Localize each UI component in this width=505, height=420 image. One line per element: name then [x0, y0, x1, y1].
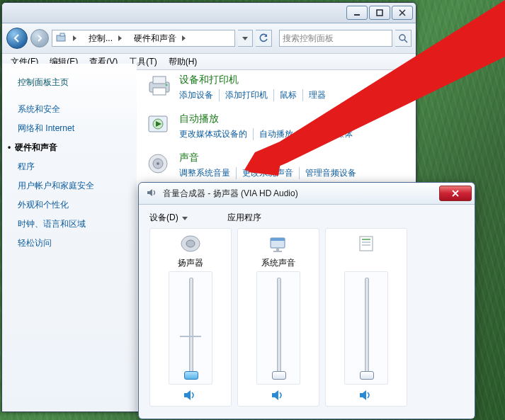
sidebar-list: 系统和安全 网络和 Internet 硬件和声音 程序 用户帐户和家庭安全 外观…: [18, 100, 137, 253]
mute-button[interactable]: [358, 389, 374, 403]
category-title[interactable]: 设备和打印机: [179, 74, 331, 86]
printer-icon: [144, 74, 175, 99]
breadcrumb[interactable]: 控制... 硬件和声音: [52, 30, 235, 47]
forward-button[interactable]: [30, 29, 49, 47]
svg-rect-6: [153, 76, 166, 84]
device-speaker-icon[interactable]: [178, 233, 203, 254]
volume-slider[interactable]: [169, 271, 212, 385]
category-title[interactable]: 声音: [179, 152, 362, 164]
close-button[interactable]: [392, 6, 413, 20]
svg-rect-22: [362, 242, 370, 243]
mixer-strip-app: [325, 228, 407, 407]
sidebar-item-current[interactable]: 硬件和声音: [18, 138, 137, 157]
category-title[interactable]: 自动播放: [179, 113, 358, 125]
category-sound: 声音 调整系统音量 更改系统声音 管理音频设备: [144, 152, 409, 179]
search-input[interactable]: 搜索控制面板: [279, 30, 392, 47]
mute-button[interactable]: [183, 389, 198, 403]
chevron-right-icon: [116, 35, 130, 41]
link[interactable]: 理器: [302, 89, 331, 101]
system-sounds-icon[interactable]: [266, 233, 291, 254]
strip-row: 扬声器 系统声音: [149, 228, 464, 407]
search-button[interactable]: [395, 30, 412, 47]
svg-rect-1: [377, 10, 382, 16]
link[interactable]: 添加打印机: [219, 89, 273, 101]
svg-rect-19: [273, 251, 282, 252]
category-links: 添加设备 添加打印机 鼠标 理器: [179, 89, 331, 101]
category-autoplay: 自动播放 更改媒体或设备的 自动播放 CD 或其他媒体: [144, 113, 409, 140]
autoplay-icon: [144, 113, 175, 138]
mute-button[interactable]: [271, 389, 286, 403]
svg-rect-21: [362, 239, 370, 240]
device-header: 设备(D): [149, 212, 227, 224]
volume-mixer-window: 音量合成器 - 扬声器 (VIA HD Audio) 设备(D) 应用程序 扬声…: [138, 182, 475, 419]
svg-point-4: [399, 35, 405, 40]
sidebar-home[interactable]: 控制面板主页: [18, 76, 137, 89]
breadcrumb-item[interactable]: 硬件和声音: [130, 33, 180, 45]
back-button[interactable]: [6, 28, 28, 49]
sidebar-item[interactable]: 时钟、语言和区域: [18, 215, 137, 234]
titlebar: [2, 3, 416, 23]
sidebar-item[interactable]: 轻松访问: [18, 234, 137, 253]
category-devices: 设备和打印机 添加设备 添加打印机 鼠标 理器: [144, 74, 409, 101]
sidebar-item[interactable]: 外观和个性化: [18, 195, 137, 215]
svg-rect-7: [153, 88, 166, 95]
refresh-button[interactable]: [256, 30, 272, 47]
mixer-title: 音量合成器 - 扬声器 (VIA HD Audio): [163, 188, 439, 200]
mixer-strip-system-sounds: 系统声音: [237, 228, 319, 407]
breadcrumb-dropdown[interactable]: [238, 30, 253, 47]
mixer-strip-device: 扬声器: [149, 228, 232, 407]
sidebar-item[interactable]: 系统和安全: [18, 100, 137, 119]
svg-point-13: [157, 162, 159, 165]
svg-point-15: [186, 240, 195, 247]
sidebar-item[interactable]: 用户帐户和家庭安全: [18, 176, 137, 195]
strip-label: 系统声音: [261, 257, 295, 267]
breadcrumb-root-icon: [52, 33, 71, 45]
link[interactable]: 自动播放 CD 或其他媒体: [253, 128, 358, 140]
maximize-button[interactable]: [369, 6, 390, 20]
category-links: 调整系统音量 更改系统声音 管理音频设备: [179, 167, 362, 179]
svg-rect-3: [60, 33, 64, 36]
mixer-close-button[interactable]: [439, 186, 472, 201]
apps-header: 应用程序: [227, 212, 261, 224]
volume-slider[interactable]: [256, 271, 300, 385]
minimize-button[interactable]: [346, 6, 368, 20]
volume-icon: [146, 187, 159, 200]
mixer-titlebar: 音量合成器 - 扬声器 (VIA HD Audio): [139, 183, 475, 205]
category-links: 更改媒体或设备的 自动播放 CD 或其他媒体: [179, 128, 358, 140]
mixer-body: 设备(D) 应用程序 扬声器: [140, 205, 474, 418]
speaker-icon: [144, 152, 175, 177]
section-headers: 设备(D) 应用程序: [149, 212, 464, 224]
link[interactable]: 调整系统音量: [179, 167, 236, 179]
link[interactable]: 更改系统声音: [236, 167, 299, 179]
svg-point-8: [166, 84, 168, 86]
address-bar: 控制... 硬件和声音 搜索控制面板: [2, 23, 416, 54]
breadcrumb-item[interactable]: 控制...: [85, 33, 116, 45]
svg-rect-17: [271, 238, 285, 241]
link[interactable]: 添加设备: [179, 89, 219, 101]
sidebar-item[interactable]: 程序: [18, 157, 137, 176]
link[interactable]: 更改媒体或设备的: [179, 128, 253, 140]
chevron-right-icon: [71, 35, 85, 41]
volume-slider[interactable]: [344, 271, 388, 385]
sidebar: 控制面板主页 系统和安全 网络和 Internet 硬件和声音 程序 用户帐户和…: [2, 64, 137, 412]
link[interactable]: 鼠标: [273, 89, 302, 101]
svg-rect-0: [354, 14, 360, 16]
svg-rect-23: [362, 244, 370, 246]
sidebar-item[interactable]: 网络和 Internet: [18, 119, 137, 138]
strip-label: 扬声器: [178, 257, 203, 267]
link[interactable]: 管理音频设备: [299, 167, 362, 179]
app-icon[interactable]: [353, 233, 379, 254]
chevron-right-icon: [180, 35, 194, 41]
svg-rect-18: [276, 248, 279, 251]
